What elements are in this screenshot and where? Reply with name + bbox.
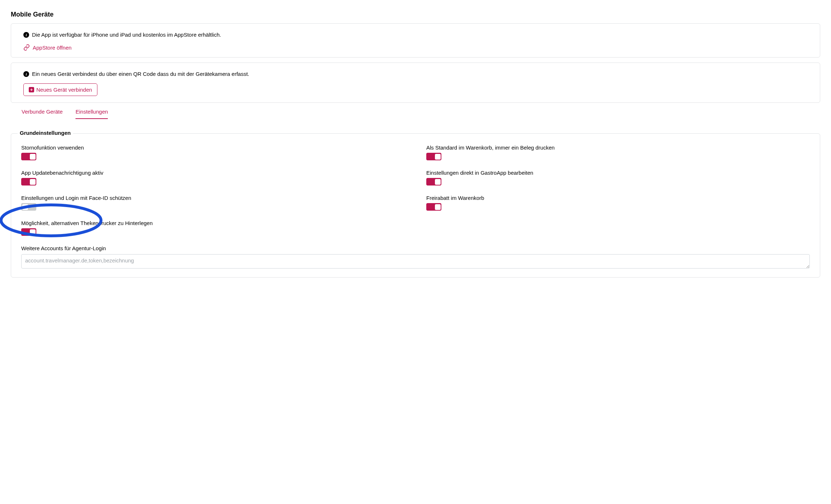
- tab-connected-devices[interactable]: Verbunde Geräte: [22, 109, 63, 119]
- info-icon: i: [23, 71, 29, 77]
- setting-free-discount-label: Freirabatt im Warenkorb: [426, 195, 810, 201]
- basic-settings-fieldset: Grundeinstellungen Stornofunktion verwen…: [11, 133, 820, 278]
- setting-agency-accounts-label: Weitere Accounts für Agentur-Login: [21, 245, 810, 251]
- setting-edit-in-app-label: Einstellungen direkt in GastroApp bearbe…: [426, 170, 810, 176]
- setting-receipt: Als Standard im Warenkorb, immer ein Bel…: [426, 145, 810, 160]
- fieldset-legend: Grundeinstellungen: [18, 130, 73, 136]
- setting-alt-printer-label: Möglichkeit, alternativen Thekendrucker …: [21, 220, 405, 226]
- toggle-edit-in-app[interactable]: [426, 178, 441, 185]
- info-card-appstore: i Die App ist verfügbar für iPhone und i…: [11, 23, 820, 58]
- plus-icon: +: [29, 87, 34, 92]
- setting-update-notify: App Updatebenachrichtigung aktiv: [21, 170, 405, 185]
- setting-receipt-label: Als Standard im Warenkorb, immer ein Bel…: [426, 145, 810, 151]
- connect-device-label: Neues Gerät verbinden: [36, 87, 92, 93]
- info-row-qr: i Ein neues Gerät verbindest du über ein…: [23, 71, 808, 77]
- toggle-face-id[interactable]: [21, 203, 36, 211]
- info-card-connect-device: i Ein neues Gerät verbindest du über ein…: [11, 63, 820, 103]
- setting-free-discount: Freirabatt im Warenkorb: [426, 195, 810, 211]
- info-icon: i: [23, 32, 29, 38]
- setting-agency-accounts: Weitere Accounts für Agentur-Login: [21, 245, 810, 269]
- info-text-qr: Ein neues Gerät verbindest du über einen…: [32, 71, 249, 77]
- info-text-app: Die App ist verfügbar für iPhone und iPa…: [32, 32, 221, 38]
- setting-edit-in-app: Einstellungen direkt in GastroApp bearbe…: [426, 170, 810, 185]
- page-title: Mobile Geräte: [11, 11, 820, 18]
- appstore-link-label: AppStore öffnen: [33, 45, 72, 51]
- toggle-storno[interactable]: [21, 153, 36, 160]
- toggle-free-discount[interactable]: [426, 203, 441, 211]
- tab-settings[interactable]: Einstellungen: [75, 109, 108, 119]
- setting-face-id: Einstellungen und Login mit Face-ID schü…: [21, 195, 405, 211]
- connect-device-button[interactable]: + Neues Gerät verbinden: [23, 83, 97, 96]
- agency-accounts-input[interactable]: [21, 254, 810, 269]
- toggle-alt-printer[interactable]: [21, 228, 36, 236]
- appstore-link[interactable]: AppStore öffnen: [23, 44, 808, 51]
- setting-storno: Stornofunktion verwenden: [21, 145, 405, 160]
- setting-alt-printer: Möglichkeit, alternativen Thekendrucker …: [21, 220, 405, 236]
- setting-update-notify-label: App Updatebenachrichtigung aktiv: [21, 170, 405, 176]
- toggle-update-notify[interactable]: [21, 178, 36, 185]
- toggle-receipt[interactable]: [426, 153, 441, 160]
- setting-storno-label: Stornofunktion verwenden: [21, 145, 405, 151]
- tabs: Verbunde Geräte Einstellungen: [11, 109, 820, 119]
- info-row-app-availability: i Die App ist verfügbar für iPhone und i…: [23, 32, 808, 38]
- link-icon: [23, 44, 30, 51]
- settings-grid: Stornofunktion verwenden Als Standard im…: [21, 145, 810, 269]
- setting-face-id-label: Einstellungen und Login mit Face-ID schü…: [21, 195, 405, 201]
